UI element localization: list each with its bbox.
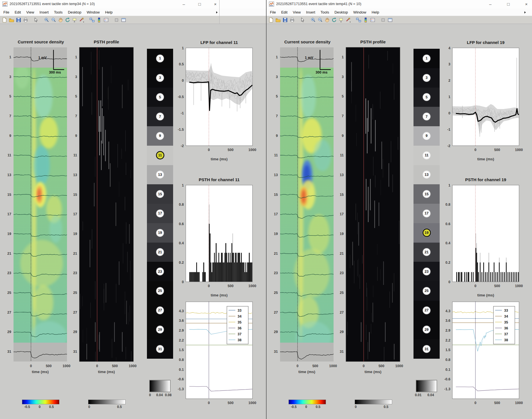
data-cursor-icon[interactable] [338,17,344,23]
channel-row-15[interactable]: 15 [147,184,173,204]
channel-row-11[interactable]: 11 [413,146,440,165]
edit-pointer-icon[interactable] [299,17,306,23]
channel-badge[interactable]: 15 [423,190,430,198]
channel-row-27[interactable]: 27 [413,301,440,320]
channel-badge[interactable]: 3 [156,74,164,82]
insert-legend-icon[interactable] [370,17,376,23]
channel-badge[interactable]: 15 [156,190,164,198]
channel-row-23[interactable]: 23 [147,262,173,281]
channel-row-3[interactable]: 3 [147,68,173,88]
channel-badge[interactable]: 9 [423,132,430,140]
channel-badge[interactable]: 13 [156,171,164,178]
channel-row-17[interactable]: 17 [413,204,440,223]
rotate-3d-icon[interactable] [331,17,337,23]
zoom-in-icon[interactable] [43,17,50,23]
channel-badge[interactable]: 1 [423,55,430,62]
new-figure-icon[interactable] [268,17,274,23]
zoom-in-icon[interactable] [310,17,316,23]
dock-window-icon[interactable] [120,17,127,23]
brush-data-icon[interactable] [79,17,85,23]
open-file-icon[interactable] [8,17,15,23]
insert-colorbar-icon[interactable] [363,17,369,23]
channel-badge[interactable]: 9 [156,132,164,140]
selected-channel-badge[interactable]: 11 [156,151,164,159]
menu-edit[interactable]: Edit [15,10,21,14]
close-button[interactable]: × [211,0,220,8]
zoom-out-icon[interactable] [317,17,323,23]
channel-badge[interactable]: 17 [423,210,430,217]
channel-row-13[interactable]: 13 [147,165,173,185]
channel-row-5[interactable]: 5 [413,88,440,107]
channel-badge[interactable]: 7 [156,113,164,120]
channel-badge[interactable]: 27 [423,307,430,314]
dock-small-icon[interactable] [380,17,386,23]
channel-badge[interactable]: 31 [156,345,164,353]
menu-desktop[interactable]: Desktop [334,10,348,14]
channel-row-11[interactable]: 11 [147,146,173,165]
print-figure-icon[interactable] [23,17,29,23]
channel-row-31[interactable]: 31 [413,339,440,359]
menu-file[interactable]: File [270,10,276,14]
channel-badge[interactable]: 29 [156,326,164,333]
channel-badge[interactable]: 1 [156,55,164,62]
menu-insert[interactable]: Insert [306,10,315,14]
channel-row-17[interactable]: 17 [147,204,173,223]
zoom-out-icon[interactable] [50,17,57,23]
channel-badge[interactable]: 21 [423,248,430,256]
menu-desktop[interactable]: Desktop [68,10,81,14]
pan-hand-icon[interactable] [324,17,330,23]
channel-badge[interactable]: 5 [156,93,164,101]
menu-edit[interactable]: Edit [281,10,287,14]
menu-overflow-arrow[interactable] [216,11,218,14]
menu-file[interactable]: File [3,10,9,14]
menu-view[interactable]: View [26,10,34,14]
channel-badge[interactable]: 3 [423,74,430,82]
channel-row-3[interactable]: 3 [413,68,440,88]
channel-row-29[interactable]: 29 [413,320,440,340]
menu-view[interactable]: View [293,10,301,14]
insert-colorbar-icon[interactable] [96,17,102,23]
channel-row-19[interactable]: 19 [147,223,173,243]
channel-badge[interactable]: 13 [423,171,430,178]
channel-row-25[interactable]: 25 [413,281,440,301]
titlebar[interactable]: 20210526T1713551 event tactile stim temp… [0,0,266,9]
save-figure-icon[interactable] [282,17,288,23]
dock-window-icon[interactable] [387,17,393,23]
channel-row-1[interactable]: 1 [147,49,173,68]
channel-badge[interactable]: 25 [423,287,430,295]
channel-row-9[interactable]: 9 [147,126,173,146]
channel-badge[interactable]: 21 [156,248,164,256]
link-plots-icon[interactable] [356,17,362,23]
close-button[interactable]: × [522,0,531,8]
channel-row-27[interactable]: 27 [147,301,173,320]
selected-channel-badge[interactable]: 19 [423,229,431,237]
channel-row-7[interactable]: 7 [147,107,173,126]
pan-hand-icon[interactable] [57,17,64,23]
print-figure-icon[interactable] [289,17,295,23]
channel-row-13[interactable]: 13 [413,165,440,185]
menu-help[interactable]: Help [105,10,113,14]
menu-insert[interactable]: Insert [39,10,49,14]
channel-row-9[interactable]: 9 [413,126,440,146]
new-figure-icon[interactable] [1,17,8,23]
channel-row-21[interactable]: 21 [147,243,173,262]
minimize-button[interactable]: – [179,0,189,8]
channel-badge[interactable]: 19 [156,229,164,237]
channel-badge[interactable]: 31 [423,345,430,353]
open-file-icon[interactable] [275,17,281,23]
maximize-button[interactable]: □ [195,0,204,8]
menu-tools[interactable]: Tools [54,10,62,14]
channel-badge[interactable]: 23 [156,268,164,275]
channel-row-21[interactable]: 21 [413,243,440,262]
menu-window[interactable]: Window [353,10,366,14]
edit-pointer-icon[interactable] [33,17,39,23]
insert-legend-icon[interactable] [103,17,109,23]
dock-small-icon[interactable] [113,17,120,23]
save-figure-icon[interactable] [15,17,22,23]
channel-row-15[interactable]: 15 [413,184,440,204]
channel-row-5[interactable]: 5 [147,88,173,107]
channel-row-31[interactable]: 31 [147,339,173,359]
rotate-3d-icon[interactable] [64,17,71,23]
channel-row-1[interactable]: 1 [413,49,440,68]
menu-window[interactable]: Window [87,10,100,14]
